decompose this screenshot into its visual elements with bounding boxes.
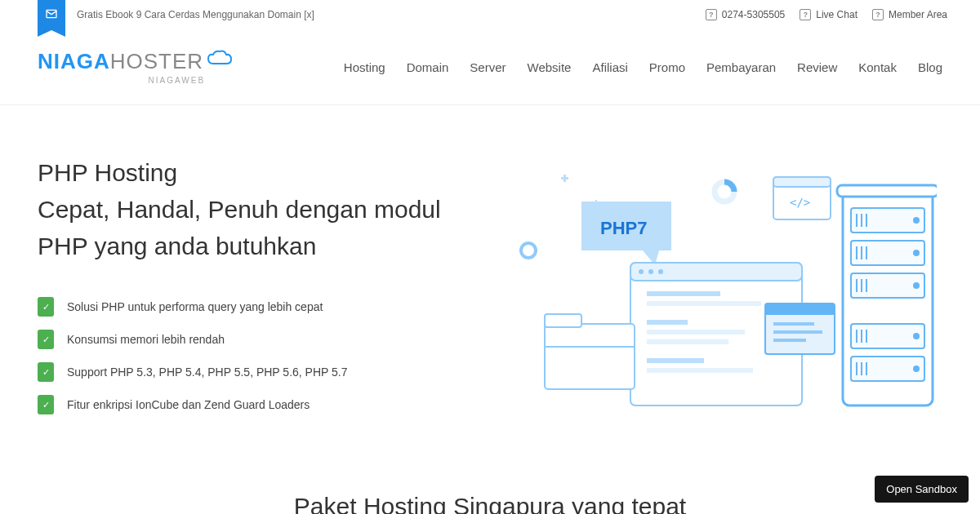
logo-part2: HOSTER bbox=[110, 49, 203, 74]
svg-point-53 bbox=[913, 333, 920, 339]
feature-text: Support PHP 5.3, PHP 5.4, PHP 5.5, PHP 5… bbox=[67, 366, 347, 379]
chat-icon: ? bbox=[800, 9, 811, 20]
open-sandbox-button[interactable]: Open Sandbox bbox=[875, 476, 969, 503]
svg-point-51 bbox=[913, 250, 920, 256]
hero-illustration: </> PHP7 bbox=[506, 154, 942, 428]
promo-text: Gratis Ebook 9 Cara Cerdas Menggunakan D… bbox=[77, 9, 314, 20]
nav-pembayaran[interactable]: Pembayaran bbox=[706, 60, 776, 74]
svg-point-52 bbox=[913, 282, 920, 289]
hero-section: PHP Hosting Cepat, Handal, Penuh dengan … bbox=[0, 105, 980, 460]
svg-point-12 bbox=[658, 269, 663, 274]
topbar-left: Gratis Ebook 9 Cara Cerdas Menggunakan D… bbox=[0, 0, 314, 30]
svg-rect-19 bbox=[647, 368, 753, 373]
svg-rect-17 bbox=[647, 339, 728, 344]
nav-website[interactable]: Website bbox=[528, 60, 572, 74]
topbar: Gratis Ebook 9 Cara Cerdas Menggunakan D… bbox=[0, 0, 980, 29]
php-label: PHP7 bbox=[600, 218, 647, 238]
logo-subtitle: NIAGAWEB bbox=[38, 76, 234, 85]
nav-hosting[interactable]: Hosting bbox=[344, 60, 385, 74]
live-chat-link[interactable]: ? Live Chat bbox=[800, 9, 858, 20]
main-header: NIAGAHOSTER NIAGAWEB Hosting Domain Serv… bbox=[0, 29, 980, 105]
logo[interactable]: NIAGAHOSTER NIAGAWEB bbox=[38, 49, 234, 85]
check-icon: ✓ bbox=[38, 297, 54, 317]
feature-item: ✓ Support PHP 5.3, PHP 5.4, PHP 5.5, PHP… bbox=[38, 362, 474, 382]
nav-blog[interactable]: Blog bbox=[918, 60, 942, 74]
feature-text: Fitur enkripsi IonCube dan Zend Guard Lo… bbox=[67, 398, 310, 411]
nav-afiliasi[interactable]: Afiliasi bbox=[592, 60, 627, 74]
check-icon: ✓ bbox=[38, 395, 54, 414]
feature-text: Solusi PHP untuk performa query yang leb… bbox=[67, 300, 323, 313]
check-icon: ✓ bbox=[38, 330, 54, 349]
feature-item: ✓ Konsumsi memori lebih rendah bbox=[38, 330, 474, 349]
svg-rect-21 bbox=[545, 314, 581, 327]
phone-text: 0274-5305505 bbox=[722, 9, 785, 20]
svg-point-11 bbox=[648, 269, 653, 274]
member-area-link[interactable]: ? Member Area bbox=[872, 9, 947, 20]
svg-rect-14 bbox=[647, 301, 761, 306]
svg-rect-13 bbox=[647, 291, 720, 296]
main-nav: Hosting Domain Server Website Afiliasi P… bbox=[344, 60, 942, 74]
feature-item: ✓ Solusi PHP untuk performa query yang l… bbox=[38, 297, 474, 317]
phone-link[interactable]: ? 0274-5305505 bbox=[706, 9, 785, 20]
nav-promo[interactable]: Promo bbox=[649, 60, 685, 74]
live-chat-text: Live Chat bbox=[816, 9, 858, 20]
hero-title: PHP Hosting Cepat, Handal, Penuh dengan … bbox=[38, 154, 474, 264]
member-area-text: Member Area bbox=[889, 9, 947, 20]
feature-list: ✓ Solusi PHP untuk performa query yang l… bbox=[38, 297, 474, 414]
svg-rect-15 bbox=[647, 320, 688, 325]
logo-part1: NIAGA bbox=[38, 49, 110, 74]
hero-left: PHP Hosting Cepat, Handal, Penuh dengan … bbox=[38, 154, 474, 428]
cloud-icon bbox=[205, 49, 234, 74]
svg-rect-20 bbox=[545, 324, 635, 389]
feature-item: ✓ Fitur enkripsi IonCube dan Zend Guard … bbox=[38, 395, 474, 414]
user-icon: ? bbox=[872, 9, 884, 20]
nav-review[interactable]: Review bbox=[797, 60, 837, 74]
svg-point-50 bbox=[913, 217, 920, 224]
svg-rect-9 bbox=[630, 263, 802, 281]
topbar-right: ? 0274-5305505 ? Live Chat ? Member Area bbox=[706, 9, 947, 20]
svg-rect-4 bbox=[773, 177, 831, 187]
svg-rect-16 bbox=[647, 330, 745, 335]
phone-icon: ? bbox=[706, 9, 717, 20]
svg-rect-18 bbox=[647, 358, 704, 363]
svg-rect-25 bbox=[773, 322, 814, 326]
svg-point-1 bbox=[521, 243, 536, 258]
feature-text: Konsumsi memori lebih rendah bbox=[67, 333, 225, 346]
nav-server[interactable]: Server bbox=[470, 60, 506, 74]
svg-rect-26 bbox=[773, 330, 822, 334]
svg-rect-27 bbox=[773, 339, 806, 342]
svg-point-10 bbox=[639, 269, 644, 274]
svg-point-54 bbox=[913, 366, 920, 372]
svg-rect-24 bbox=[765, 304, 835, 315]
check-icon: ✓ bbox=[38, 362, 54, 382]
svg-text:</>: </> bbox=[790, 196, 810, 209]
promo-ribbon-icon bbox=[38, 0, 65, 30]
hero-title-line1: PHP Hosting bbox=[38, 159, 177, 186]
server-illustration: </> PHP7 bbox=[512, 169, 937, 414]
nav-domain[interactable]: Domain bbox=[407, 60, 449, 74]
svg-rect-29 bbox=[837, 185, 937, 197]
nav-kontak[interactable]: Kontak bbox=[858, 60, 897, 74]
section-title: Paket Hosting Singapura yang tepat bbox=[0, 460, 980, 514]
hero-title-line2: Cepat, Handal, Penuh dengan modul PHP ya… bbox=[38, 196, 441, 259]
